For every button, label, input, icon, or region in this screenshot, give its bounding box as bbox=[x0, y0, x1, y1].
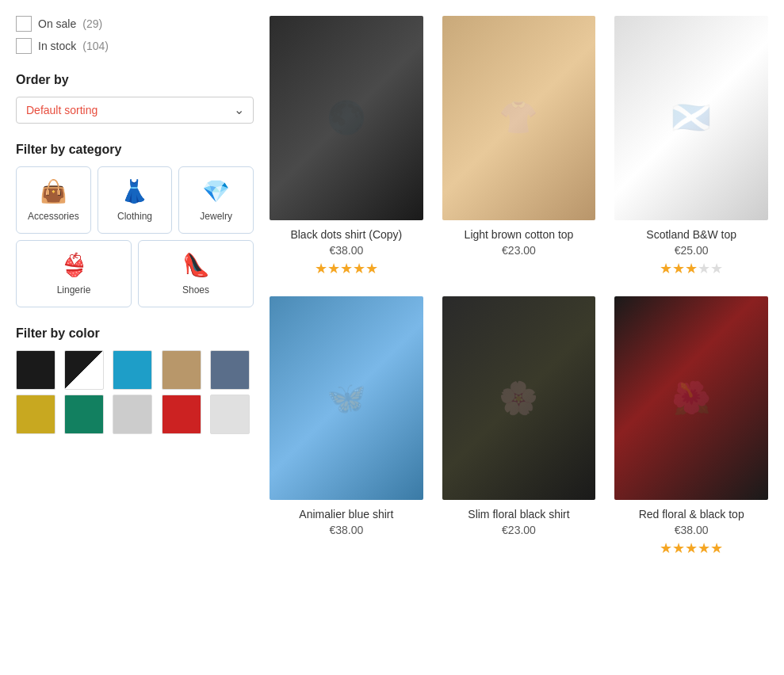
product-rating: ★★★★★ bbox=[660, 540, 723, 557]
category-item-accessories[interactable]: 👜 Accessories bbox=[16, 166, 91, 234]
category-filter-section: Filter by category 👜 Accessories 👗 Cloth… bbox=[16, 143, 254, 307]
star-filled: ★ bbox=[340, 261, 353, 276]
star-filled: ★ bbox=[710, 540, 723, 556]
category-grid-row2: 👙 Lingerie 👠 Shoes bbox=[16, 240, 254, 307]
page-layout: On sale (29) In stock (104) Order by Def… bbox=[0, 0, 784, 573]
on-sale-checkbox[interactable] bbox=[16, 16, 32, 32]
product-image: 👚 bbox=[442, 16, 596, 220]
product-figure[interactable]: 🏴󠁧󠁢󠁳󠁣󠁴󠁿 bbox=[614, 16, 768, 220]
product-name: Black dots shirt (Copy) bbox=[290, 228, 402, 241]
order-by-section: Order by Default sortingPrice: Low to Hi… bbox=[16, 73, 254, 124]
star-filled: ★ bbox=[315, 261, 327, 276]
lingerie-icon: 👙 bbox=[60, 252, 88, 278]
shoes-icon: 👠 bbox=[182, 252, 210, 278]
product-card-p1: 🌑 Black dots shirt (Copy) €38.00 ★★★★★ bbox=[270, 16, 423, 277]
color-swatch-5[interactable] bbox=[16, 395, 55, 434]
product-price: €23.00 bbox=[502, 244, 536, 257]
product-rating: ★★★★★ bbox=[315, 260, 378, 277]
product-name: Red floral & black top bbox=[639, 508, 744, 521]
in-stock-checkbox[interactable] bbox=[16, 38, 32, 54]
category-item-jewelry[interactable]: 💎 Jewelry bbox=[178, 166, 254, 234]
in-stock-label: In stock bbox=[38, 40, 76, 52]
sort-wrapper: Default sortingPrice: Low to HighPrice: … bbox=[16, 97, 254, 124]
product-name: Animalier blue shirt bbox=[299, 508, 393, 521]
star-filled: ★ bbox=[685, 540, 698, 556]
product-price: €38.00 bbox=[329, 524, 363, 536]
product-figure[interactable]: 🌺 bbox=[614, 296, 768, 501]
star-empty: ★ bbox=[710, 261, 723, 276]
product-image: 🏴󠁧󠁢󠁳󠁣󠁴󠁿 bbox=[614, 16, 768, 220]
product-image: 🦋 bbox=[270, 296, 423, 501]
product-name: Scotland B&W top bbox=[646, 228, 736, 241]
color-swatch-6[interactable] bbox=[64, 395, 104, 434]
product-icon: 🏴󠁧󠁢󠁳󠁣󠁴󠁿 bbox=[614, 16, 768, 220]
product-rating: ★★★★★ bbox=[660, 260, 723, 277]
product-figure[interactable]: 🦋 bbox=[270, 296, 423, 501]
product-image: 🌺 bbox=[614, 296, 768, 501]
category-item-clothing[interactable]: 👗 Clothing bbox=[98, 166, 173, 234]
product-price: €23.00 bbox=[502, 524, 536, 536]
accessories-icon: 👜 bbox=[40, 178, 67, 204]
sidebar: On sale (29) In stock (104) Order by Def… bbox=[16, 16, 254, 557]
category-item-shoes[interactable]: 👠 Shoes bbox=[138, 240, 254, 307]
star-filled: ★ bbox=[672, 261, 685, 276]
product-price: €38.00 bbox=[329, 244, 363, 257]
product-card-p4: 🦋 Animalier blue shirt €38.00 bbox=[270, 296, 423, 558]
product-grid: 🌑 Black dots shirt (Copy) €38.00 ★★★★★ 👚… bbox=[270, 16, 768, 557]
product-price: €25.00 bbox=[675, 244, 709, 257]
color-swatch-8[interactable] bbox=[162, 395, 201, 434]
product-icon: 🦋 bbox=[270, 296, 423, 501]
accessories-label: Accessories bbox=[28, 211, 79, 222]
main-content: 🌑 Black dots shirt (Copy) €38.00 ★★★★★ 👚… bbox=[270, 16, 768, 557]
on-sale-count: (29) bbox=[82, 17, 102, 30]
category-filter-title: Filter by category bbox=[16, 143, 254, 157]
color-swatch-4[interactable] bbox=[210, 350, 250, 390]
order-by-title: Order by bbox=[16, 73, 254, 87]
product-image: 🌸 bbox=[442, 296, 596, 501]
lingerie-label: Lingerie bbox=[57, 284, 91, 296]
jewelry-label: Jewelry bbox=[200, 211, 232, 222]
star-filled: ★ bbox=[672, 540, 685, 556]
color-filter-section: Filter by color bbox=[16, 326, 254, 434]
clothing-label: Clothing bbox=[117, 211, 152, 222]
color-swatch-2[interactable] bbox=[113, 350, 152, 390]
in-stock-count: (104) bbox=[82, 40, 109, 52]
star-filled: ★ bbox=[660, 261, 672, 276]
color-swatch-1[interactable] bbox=[64, 350, 104, 390]
product-icon: 🌑 bbox=[270, 16, 423, 220]
product-card-p5: 🌸 Slim floral black shirt €23.00 bbox=[442, 296, 596, 558]
product-icon: 👚 bbox=[442, 16, 596, 220]
color-swatch-9[interactable] bbox=[210, 395, 250, 434]
shoes-label: Shoes bbox=[182, 284, 209, 296]
sort-select[interactable]: Default sortingPrice: Low to HighPrice: … bbox=[16, 97, 254, 124]
product-figure[interactable]: 🌑 bbox=[270, 16, 423, 220]
star-filled: ★ bbox=[327, 261, 340, 276]
product-icon: 🌸 bbox=[442, 296, 596, 501]
color-swatch-0[interactable] bbox=[16, 350, 55, 390]
product-figure[interactable]: 👚 bbox=[442, 16, 596, 220]
color-swatch-3[interactable] bbox=[162, 350, 201, 390]
clothing-icon: 👗 bbox=[120, 178, 148, 204]
product-icon: 🌺 bbox=[614, 296, 768, 501]
color-grid bbox=[16, 350, 254, 434]
product-price: €38.00 bbox=[675, 524, 709, 536]
star-filled: ★ bbox=[365, 261, 378, 276]
in-stock-filter[interactable]: In stock (104) bbox=[16, 38, 254, 54]
on-sale-filter[interactable]: On sale (29) bbox=[16, 16, 254, 32]
category-item-lingerie[interactable]: 👙 Lingerie bbox=[16, 240, 132, 307]
jewelry-icon: 💎 bbox=[202, 178, 230, 204]
star-filled: ★ bbox=[660, 540, 672, 556]
product-card-p6: 🌺 Red floral & black top €38.00 ★★★★★ bbox=[614, 296, 768, 558]
product-figure[interactable]: 🌸 bbox=[442, 296, 596, 501]
color-filter-title: Filter by color bbox=[16, 326, 254, 341]
star-empty: ★ bbox=[698, 261, 710, 276]
color-swatch-7[interactable] bbox=[113, 395, 152, 434]
star-filled: ★ bbox=[698, 540, 710, 556]
availability-filter: On sale (29) In stock (104) bbox=[16, 16, 254, 54]
product-card-p3: 🏴󠁧󠁢󠁳󠁣󠁴󠁿 Scotland B&W top €25.00 ★★★★★ bbox=[614, 16, 768, 277]
star-filled: ★ bbox=[353, 261, 365, 276]
product-image: 🌑 bbox=[270, 16, 423, 220]
category-grid: 👜 Accessories 👗 Clothing 💎 Jewelry bbox=[16, 166, 254, 234]
product-card-p2: 👚 Light brown cotton top €23.00 bbox=[442, 16, 596, 277]
star-filled: ★ bbox=[685, 261, 698, 276]
